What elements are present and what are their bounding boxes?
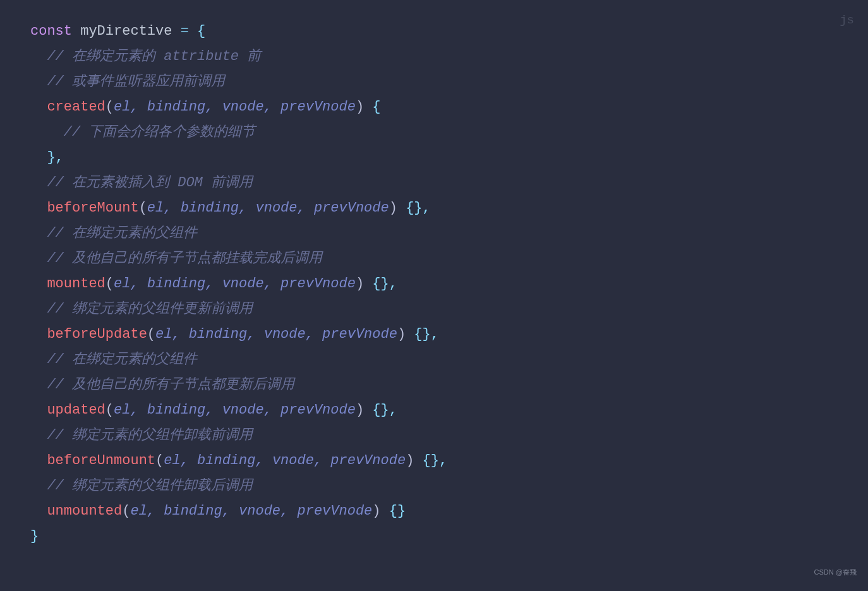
comment: // 在绑定元素的父组件 <box>47 225 197 241</box>
brace-pair: {} <box>423 453 439 469</box>
brace-open: { <box>372 99 380 115</box>
paren-close: ) <box>406 453 414 469</box>
comment: // 或事件监听器应用前调用 <box>47 74 225 90</box>
fn-beforeUpdate: beforeUpdate <box>47 326 147 342</box>
params: el, binding, vnode, prevVnode <box>114 402 356 418</box>
brace-pair: {} <box>372 402 389 418</box>
brace-pair: {} <box>406 200 422 216</box>
comment: // 及他自己的所有子节点都挂载完成后调用 <box>47 251 322 266</box>
comment: // 在绑定元素的 attribute 前 <box>47 49 261 64</box>
brace-close: } <box>47 150 55 165</box>
fn-beforeUnmount: beforeUnmount <box>47 453 155 469</box>
paren-open: ( <box>105 99 114 115</box>
brace-open: { <box>197 23 205 39</box>
paren-open: ( <box>147 326 155 342</box>
paren-close: ) <box>356 402 364 418</box>
comma: , <box>389 276 397 292</box>
params: el, binding, vnode, prevVnode <box>164 453 406 469</box>
paren-close: ) <box>356 99 364 115</box>
paren-open: ( <box>105 276 114 292</box>
paren-open: ( <box>105 402 114 418</box>
paren-close: ) <box>372 503 380 519</box>
fn-beforeMount: beforeMount <box>47 200 138 216</box>
brace-pair: {} <box>372 276 389 292</box>
identifier: myDirective <box>80 23 172 39</box>
params: el, binding, vnode, prevVnode <box>155 326 397 342</box>
fn-updated: updated <box>47 402 105 418</box>
code-block: const myDirective = { // 在绑定元素的 attribut… <box>30 19 838 549</box>
paren-open: ( <box>155 453 164 469</box>
language-label: js <box>840 8 854 33</box>
comment: // 在元素被插入到 DOM 前调用 <box>47 175 253 191</box>
comment: // 绑定元素的父组件更新前调用 <box>47 301 253 317</box>
fn-created: created <box>47 99 105 115</box>
params: el, binding, vnode, prevVnode <box>130 503 372 519</box>
paren-close: ) <box>356 276 364 292</box>
brace-pair: {} <box>414 326 430 342</box>
comma: , <box>439 453 447 469</box>
fn-mounted: mounted <box>47 276 105 292</box>
comma: , <box>431 326 439 342</box>
params: el, binding, vnode, prevVnode <box>114 276 356 292</box>
brace-close: } <box>30 528 39 544</box>
comment: // 绑定元素的父组件卸载后调用 <box>47 478 253 494</box>
comma: , <box>56 150 64 165</box>
params: el, binding, vnode, prevVnode <box>114 99 356 115</box>
brace-pair: {} <box>389 503 406 519</box>
comment: // 在绑定元素的父组件 <box>47 352 197 367</box>
keyword-const: const <box>30 23 72 39</box>
operator-eq: = <box>181 23 189 39</box>
paren-close: ) <box>397 326 406 342</box>
comment: // 及他自己的所有子节点都更新后调用 <box>47 377 294 393</box>
paren-open: ( <box>139 200 147 216</box>
comma: , <box>389 402 397 418</box>
fn-unmounted: unmounted <box>47 503 122 519</box>
watermark: CSDN @奋飛 <box>814 559 857 585</box>
paren-close: ) <box>389 200 397 216</box>
paren-open: ( <box>122 503 130 519</box>
params: el, binding, vnode, prevVnode <box>147 200 389 216</box>
comment: // 绑定元素的父组件卸载前调用 <box>47 427 253 443</box>
comma: , <box>423 200 431 216</box>
comment: // 下面会介绍各个参数的细节 <box>64 124 256 140</box>
